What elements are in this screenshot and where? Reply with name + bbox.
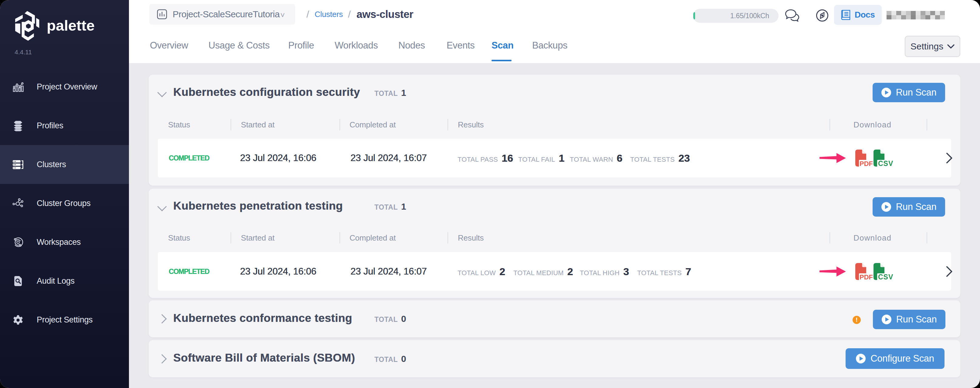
- svg-text:PDF: PDF: [859, 274, 873, 281]
- svg-text:CSV: CSV: [878, 273, 893, 281]
- svg-text:CSV: CSV: [878, 159, 893, 167]
- svg-text:PDF: PDF: [859, 160, 873, 167]
